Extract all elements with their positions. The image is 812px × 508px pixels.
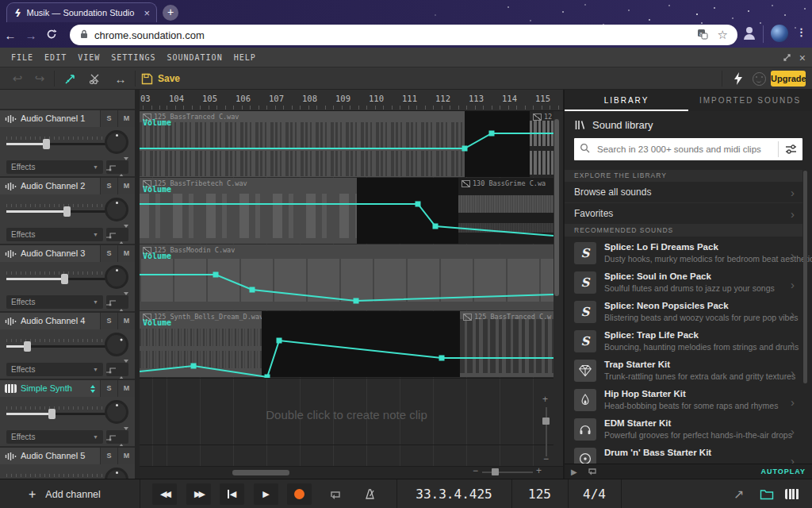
- rewind-button[interactable]: ◀◀: [152, 483, 177, 505]
- pan-knob[interactable]: [105, 265, 128, 289]
- pan-knob[interactable]: [105, 198, 128, 221]
- slider-thumb[interactable]: [61, 274, 68, 284]
- channel-name[interactable]: Audio Channel 2: [21, 178, 100, 194]
- automation-volume-label[interactable]: Volume: [143, 185, 171, 194]
- volume-slider[interactable]: [6, 137, 106, 145]
- tempo-display[interactable]: 125: [511, 479, 568, 508]
- channel-header[interactable]: Audio Channel 3 S M: [0, 245, 135, 262]
- skip-to-start-button[interactable]: ◀: [220, 483, 244, 505]
- translate-icon[interactable]: a: [697, 29, 708, 42]
- effects-dropdown[interactable]: Effects▼: [6, 160, 103, 174]
- mute-button[interactable]: M: [117, 178, 135, 194]
- solo-button[interactable]: S: [100, 313, 117, 329]
- menu-edit[interactable]: EDIT: [44, 53, 67, 62]
- solo-button[interactable]: S: [100, 110, 117, 127]
- empty-selection[interactable]: [262, 311, 460, 377]
- export-arrow-icon[interactable]: ↗: [733, 479, 744, 508]
- new-tab-button[interactable]: +: [163, 5, 178, 21]
- vertical-scroll-thumb[interactable]: [554, 119, 559, 296]
- close-app-icon[interactable]: ×: [799, 52, 806, 64]
- channel-header[interactable]: Simple Synth S M: [0, 380, 135, 397]
- url-bar[interactable]: chrome.soundation.com a ☆: [70, 25, 737, 45]
- reload-icon[interactable]: [41, 29, 62, 42]
- zoom-out-v-icon[interactable]: −: [543, 453, 549, 464]
- menu-settings[interactable]: SETTINGS: [111, 53, 155, 62]
- select-tool-icon[interactable]: [60, 71, 79, 87]
- profile-extension-icon[interactable]: [744, 27, 755, 40]
- h-zoom-thumb[interactable]: [492, 468, 499, 475]
- effects-dropdown[interactable]: Effects▼: [6, 295, 103, 309]
- track-simple-synth[interactable]: Double click to create note clip: [140, 378, 553, 445]
- timeline-ruler[interactable]: 03 104 105 106 107 108 109 110 111 112 1…: [140, 90, 563, 111]
- empty-selection[interactable]: [465, 111, 530, 177]
- autoplay-toggle[interactable]: AUTOPLAY: [760, 468, 806, 475]
- folder-icon[interactable]: [760, 479, 774, 508]
- volume-slider[interactable]: [6, 204, 106, 213]
- channel-header[interactable]: Audio Channel 1 S M: [0, 110, 135, 127]
- slider-thumb[interactable]: [63, 206, 71, 217]
- menu-view[interactable]: VIEW: [78, 53, 100, 62]
- track-audio-1[interactable]: 125 BassTranced C.wav Volume 12: [140, 111, 553, 179]
- solo-button[interactable]: S: [100, 178, 117, 194]
- effects-dropdown[interactable]: Effects▼: [6, 363, 103, 376]
- undo-icon[interactable]: ↩: [8, 71, 27, 87]
- redo-icon[interactable]: ↪: [30, 71, 49, 87]
- automation-volume-label[interactable]: Volume: [143, 118, 171, 127]
- slider-thumb[interactable]: [24, 341, 31, 352]
- automation-button[interactable]: [106, 295, 128, 309]
- channel-header[interactable]: Audio Channel 5 S M: [0, 448, 135, 464]
- solo-button[interactable]: S: [100, 245, 117, 262]
- back-icon[interactable]: ←: [0, 29, 21, 42]
- volume-slider[interactable]: [6, 271, 106, 280]
- tab-library[interactable]: LIBRARY: [565, 90, 688, 111]
- fast-forward-button[interactable]: ▶▶: [186, 483, 211, 505]
- automation-volume-label[interactable]: Volume: [143, 252, 171, 260]
- add-channel-button[interactable]: + Add channel: [29, 479, 101, 508]
- channel-header[interactable]: Audio Channel 4 S M: [0, 313, 135, 329]
- record-button[interactable]: [287, 483, 312, 505]
- pan-knob[interactable]: [105, 400, 128, 424]
- time-signature-display[interactable]: 4/4: [568, 479, 621, 508]
- channel-name[interactable]: Audio Channel 1: [21, 110, 100, 127]
- mute-button[interactable]: M: [117, 448, 135, 464]
- library-search[interactable]: [574, 138, 802, 160]
- menu-soundation[interactable]: SOUNDATION: [167, 53, 222, 62]
- horizontal-scroll-thumb[interactable]: [232, 470, 289, 475]
- channel-name[interactable]: Audio Channel 4: [21, 313, 100, 329]
- performance-bolt-icon[interactable]: [730, 71, 747, 87]
- search-input[interactable]: [596, 144, 778, 155]
- library-scroll-thumb[interactable]: [803, 171, 807, 383]
- channel-name[interactable]: Audio Channel 5: [21, 448, 100, 464]
- audio-clip[interactable]: 12: [530, 111, 553, 177]
- audio-clip[interactable]: 125 Synth_Bells_Dream_D.wav Volume: [140, 311, 262, 377]
- scissors-icon[interactable]: [86, 71, 105, 87]
- instrument-updown-icon[interactable]: [90, 380, 95, 397]
- expand-icon[interactable]: [783, 51, 791, 65]
- volume-slider[interactable]: [6, 406, 106, 415]
- menu-help[interactable]: HELP: [234, 53, 256, 62]
- piano-keyboard-icon[interactable]: [785, 479, 799, 508]
- sound-pack-item[interactable]: Hip Hop Starter KitHead-bobbing beats fo…: [565, 387, 802, 416]
- audio-clip[interactable]: 125 BassTranced C.wav Volume: [140, 111, 465, 177]
- tab-close-icon[interactable]: ×: [144, 7, 150, 19]
- pan-knob[interactable]: [105, 468, 128, 479]
- sound-pack-item[interactable]: Trap Starter KitTrunk-rattling tunes for…: [565, 357, 802, 387]
- position-display[interactable]: 33.3.4.425: [396, 479, 511, 508]
- instrument-selector[interactable]: Simple Synth: [21, 380, 90, 397]
- preview-play-icon[interactable]: ▶: [571, 468, 577, 476]
- solo-button[interactable]: S: [100, 380, 117, 397]
- bookmark-star-icon[interactable]: ☆: [718, 28, 728, 42]
- track-audio-4[interactable]: 125 Synth_Bells_Dream_D.wav Volume 125 B…: [140, 311, 553, 379]
- slider-thumb[interactable]: [43, 139, 50, 149]
- mute-button[interactable]: M: [117, 313, 135, 329]
- play-button[interactable]: ▶: [254, 483, 278, 505]
- filter-button[interactable]: [778, 141, 802, 157]
- forward-icon[interactable]: →: [21, 29, 41, 42]
- track-audio-3[interactable]: 125 BassMoodin C.wav Volume: [140, 244, 553, 312]
- favorites-item[interactable]: Favorites›: [565, 203, 802, 225]
- chrome-menu-icon[interactable]: ⋮: [796, 26, 806, 38]
- automation-volume-label[interactable]: Volume: [143, 318, 171, 327]
- automation-button[interactable]: [106, 160, 128, 174]
- automation-button[interactable]: [106, 430, 128, 444]
- pan-knob[interactable]: [100, 328, 133, 361]
